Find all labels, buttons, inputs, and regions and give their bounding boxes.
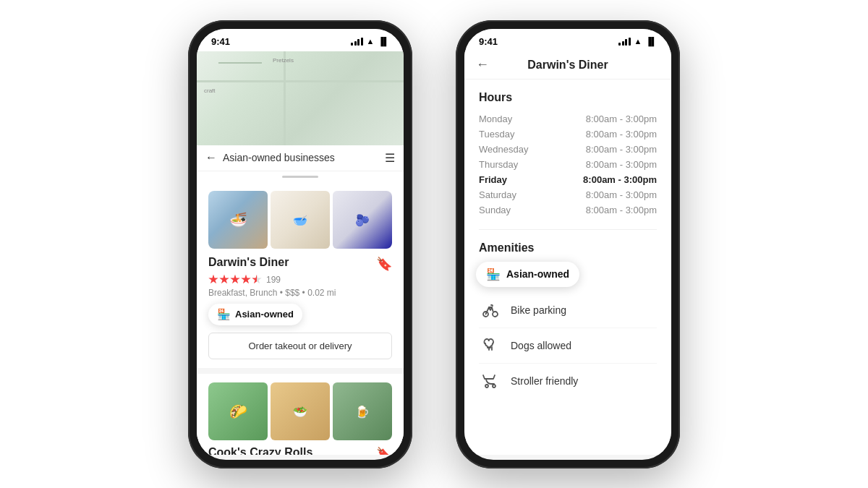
hours-row-monday: Monday 8:00am - 3:00pm <box>479 111 657 127</box>
wifi-icon: ▲ <box>367 37 375 46</box>
bookmark-icon-2[interactable]: 🔖 <box>376 446 392 455</box>
restaurant-image-2-1 <box>208 382 268 440</box>
phone-2-screen: 9:41 ▲ ▐▌ ← Darwin's Diner Hours <box>464 29 671 460</box>
hours-row-thursday: Thursday 8:00am - 3:00pm <box>479 157 657 172</box>
amenity-dogs-allowed: Dogs allowed <box>479 328 657 364</box>
map-road-v <box>284 51 286 145</box>
hours-row-saturday: Saturday 8:00am - 3:00pm <box>479 187 657 202</box>
phone-1: 9:41 ▲ ▐▌ craft ← A <box>188 20 412 468</box>
time-1: 9:41 <box>211 36 230 47</box>
time-2: 9:41 <box>479 36 498 47</box>
map-road-h <box>197 80 404 82</box>
map-area: craft <box>197 51 404 145</box>
back-button[interactable]: ← <box>476 57 489 72</box>
signal-icon <box>351 38 363 46</box>
signal-icon-2 <box>618 38 631 46</box>
detail-header: ← Darwin's Diner <box>464 51 671 80</box>
store-heart-icon: 🏪 <box>217 308 231 321</box>
star-5-half <box>252 275 262 285</box>
star-4 <box>241 275 251 285</box>
hours-row-tuesday: Tuesday 8:00am - 3:00pm <box>479 127 657 142</box>
detail-title: Darwin's Diner <box>527 59 608 72</box>
hours-monday: 8:00am - 3:00pm <box>586 114 657 124</box>
card-header-1: Darwin's Diner 🔖 <box>208 256 392 272</box>
bike-parking-label: Bike parking <box>511 304 566 316</box>
phone2-content: ← Darwin's Diner Hours Monday 8:00am - 3… <box>464 51 671 455</box>
hours-wednesday: 8:00am - 3:00pm <box>586 144 657 155</box>
card-header-2: Cook's Crazy Rolls 🔖 <box>208 446 392 455</box>
day-tuesday: Tuesday <box>479 129 514 140</box>
restaurant-name-2[interactable]: Cook's Crazy Rolls <box>208 446 312 455</box>
day-monday: Monday <box>479 114 512 124</box>
search-input[interactable]: Asian-owned businesses <box>223 152 379 163</box>
phone-1-screen: 9:41 ▲ ▐▌ craft ← A <box>197 29 404 460</box>
status-icons-1: ▲ ▐▌ <box>351 37 389 46</box>
restaurant-images-1 <box>208 191 392 249</box>
scroll-indicator <box>197 171 404 182</box>
svg-point-1 <box>493 312 498 317</box>
battery-icon: ▐▌ <box>378 37 389 46</box>
hours-saturday: 8:00am - 3:00pm <box>586 189 657 200</box>
restaurant-image-2-3 <box>333 382 392 440</box>
phone-2: 9:41 ▲ ▐▌ ← Darwin's Diner Hours <box>456 20 680 468</box>
dogs-allowed-label: Dogs allowed <box>511 340 571 351</box>
status-icons-2: ▲ ▐▌ <box>618 37 657 46</box>
svg-point-3 <box>493 385 495 388</box>
section-divider <box>479 229 657 230</box>
restaurant-image-main <box>208 191 268 249</box>
amenity-stroller-friendly: Stroller friendly <box>479 364 657 398</box>
review-count: 199 <box>266 275 281 285</box>
card-divider <box>197 368 404 374</box>
restaurant-images-2 <box>208 382 392 440</box>
dog-icon <box>479 334 502 357</box>
bike-icon <box>479 299 502 322</box>
badge-label-1: Asian-owned <box>235 309 294 320</box>
day-wednesday: Wednesday <box>479 144 528 155</box>
restaurant-name-1[interactable]: Darwin's Diner <box>208 256 289 269</box>
status-bar-2: 9:41 ▲ ▐▌ <box>464 29 671 51</box>
restaurant-card-2: Cook's Crazy Rolls 🔖 <box>197 374 404 455</box>
restaurant-image-mid <box>271 191 330 249</box>
star-1 <box>208 275 218 285</box>
stroller-friendly-label: Stroller friendly <box>511 375 578 387</box>
day-friday: Friday <box>479 174 507 185</box>
day-thursday: Thursday <box>479 159 518 170</box>
back-arrow-icon[interactable]: ← <box>205 151 217 164</box>
stars <box>208 275 262 285</box>
amenities-title: Amenities <box>479 241 657 254</box>
store-heart-icon-detail: 🏪 <box>486 267 501 281</box>
restaurant-card-1: Darwin's Diner 🔖 199 Breakfast, Brunch •… <box>197 182 404 368</box>
star-3 <box>230 275 240 285</box>
amenity-bike-parking: Bike parking <box>479 293 657 328</box>
map-label: craft <box>204 87 216 94</box>
bookmark-icon[interactable]: 🔖 <box>376 256 392 272</box>
list-view-icon[interactable]: ☰ <box>385 151 395 165</box>
hours-row-sunday: Sunday 8:00am - 3:00pm <box>479 202 657 218</box>
restaurant-meta: Breakfast, Brunch • $$$ • 0.02 mi <box>208 288 392 298</box>
restaurant-image-2-2 <box>271 382 330 440</box>
status-bar-1: 9:41 ▲ ▐▌ <box>197 29 404 51</box>
hours-row-friday: Friday 8:00am - 3:00pm <box>479 172 657 187</box>
restaurant-image-right <box>333 191 392 249</box>
search-bar: ← Asian-owned businesses ☰ <box>197 145 404 171</box>
day-sunday: Sunday <box>479 205 511 215</box>
hours-section: Hours Monday 8:00am - 3:00pm Tuesday 8:0… <box>464 80 671 223</box>
star-2 <box>219 275 229 285</box>
hours-tuesday: 8:00am - 3:00pm <box>586 129 657 140</box>
stroller-icon <box>479 369 502 393</box>
order-button[interactable]: Order takeout or delivery <box>208 333 392 359</box>
hours-friday: 8:00am - 3:00pm <box>583 174 657 185</box>
hours-thursday: 8:00am - 3:00pm <box>586 159 657 170</box>
hours-title: Hours <box>479 91 657 104</box>
asian-owned-badge-1: 🏪 Asian-owned <box>208 304 302 325</box>
battery-icon-2: ▐▌ <box>645 37 657 46</box>
phone1-content: craft ← Asian-owned businesses ☰ <box>197 51 404 455</box>
hours-sunday: 8:00am - 3:00pm <box>586 205 657 215</box>
svg-point-2 <box>485 385 488 388</box>
badge-label-detail: Asian-owned <box>506 268 569 280</box>
hours-row-wednesday: Wednesday 8:00am - 3:00pm <box>479 142 657 157</box>
amenities-section: Amenities 🏪 Asian-owned <box>464 236 671 404</box>
scroll-bar <box>282 176 318 178</box>
day-saturday: Saturday <box>479 189 516 200</box>
wifi-icon-2: ▲ <box>634 37 642 46</box>
